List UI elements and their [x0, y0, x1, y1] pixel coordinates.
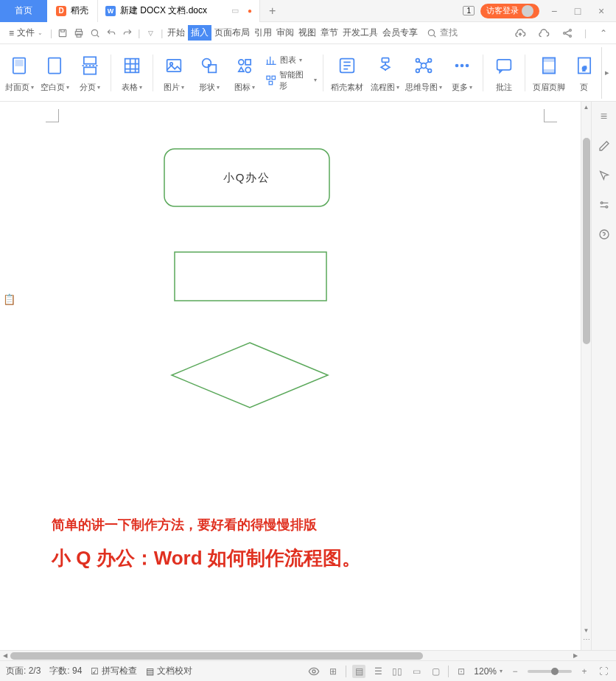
svg-rect-35 [497, 60, 511, 70]
scroll-up-button[interactable]: ▲ [581, 102, 591, 112]
svg-point-32 [455, 64, 459, 68]
sidepanel-settings-icon[interactable] [597, 198, 612, 212]
svg-point-42 [606, 206, 608, 208]
svg-point-33 [461, 64, 464, 68]
scroll-left-button[interactable]: ◀ [0, 651, 10, 660]
side-panel: ≡ [591, 102, 616, 650]
status-spellcheck[interactable]: ☑ 拼写检查 [91, 665, 137, 677]
collapse-ribbon-icon[interactable]: ⌃ [595, 27, 612, 40]
redo-icon[interactable] [120, 27, 135, 40]
vertical-scrollbar[interactable]: ▲ ▼ ⋯ [581, 102, 591, 650]
grid-icon[interactable]: ⊞ [326, 665, 340, 678]
close-button[interactable]: × [592, 2, 610, 20]
menu-chapter[interactable]: 章节 [319, 25, 340, 41]
qat-chevron-icon[interactable]: ▽ [143, 27, 158, 40]
new-tab-button[interactable]: + [260, 0, 284, 22]
zoom-in-button[interactable]: + [578, 665, 591, 678]
rect-shape[interactable] [175, 252, 326, 301]
menu-member[interactable]: 会员专享 [381, 25, 419, 41]
scroll-down-button[interactable]: ▼ [581, 625, 591, 635]
scroll-track[interactable] [581, 112, 591, 625]
view-draft-icon[interactable]: ▢ [429, 665, 442, 678]
scroll-thumb[interactable] [583, 138, 590, 344]
menu-reference[interactable]: 引用 [253, 25, 273, 41]
ribbon-table[interactable]: 表格▾ [117, 52, 147, 93]
sidepanel-hamburger-icon[interactable]: ≡ [597, 109, 612, 124]
ribbon-separator [483, 55, 483, 91]
sidepanel-select-icon[interactable] [597, 168, 612, 183]
svg-rect-0 [59, 29, 66, 36]
menubar-right: | ⌃ [512, 27, 612, 40]
svg-point-34 [466, 64, 469, 68]
ribbon-shape-label: 形状 [199, 82, 215, 93]
view-outline-icon[interactable]: ☰ [371, 665, 385, 678]
pagebreak-icon [78, 52, 102, 79]
menu-layout[interactable]: 页面布局 [213, 25, 251, 41]
svg-rect-10 [15, 60, 22, 66]
ribbon-picture[interactable]: 图片▾ [159, 52, 189, 93]
menu-devtools[interactable]: 开发工具 [341, 25, 379, 41]
hscroll-track[interactable] [10, 651, 570, 660]
ribbon-icon[interactable]: 图标▾ [230, 52, 259, 93]
scroll-right-button[interactable]: ▶ [570, 651, 581, 660]
login-button[interactable]: 访客登录 [480, 4, 539, 18]
hscroll-thumb[interactable] [10, 652, 423, 660]
fit-page-icon[interactable]: ⊡ [455, 665, 468, 678]
minimize-button[interactable]: − [545, 2, 563, 20]
ribbon-shape[interactable]: 形状▾ [195, 52, 224, 93]
ribbon-docer[interactable]: 稻壳素材 [329, 52, 365, 93]
ribbon-pagebreak[interactable]: 分页▾ [75, 52, 105, 93]
horizontal-scrollbar[interactable]: ◀ ▶ [0, 650, 616, 660]
view-web-icon[interactable]: ▭ [410, 665, 423, 678]
tab-docer[interactable]: D 稻壳 [47, 0, 98, 22]
undo-icon[interactable] [104, 27, 119, 40]
ribbon-scroll-right[interactable]: ▸ [601, 47, 612, 99]
notification-badge[interactable]: 1 [463, 6, 475, 15]
svg-rect-26 [382, 58, 388, 63]
menu-insert[interactable]: 插入 [188, 25, 211, 41]
file-menu[interactable]: ≡ 文件 ⌄ [4, 27, 47, 39]
view-page-icon[interactable]: ▤ [352, 665, 365, 678]
eye-icon[interactable] [307, 665, 321, 678]
ribbon-smartart[interactable]: 智能图形▾ [265, 69, 317, 91]
status-page[interactable]: 页面: 2/3 [6, 665, 41, 677]
ribbon-blank[interactable]: 空白页▾ [40, 52, 69, 93]
ribbon-header[interactable]: 页眉页脚 [531, 52, 567, 93]
cloud-sync-icon[interactable] [536, 27, 552, 40]
zoom-level[interactable]: 120% ▾ [474, 666, 503, 677]
ribbon-flowchart[interactable]: 流程图▾ [371, 52, 400, 93]
view-read-icon[interactable]: ▯▯ [391, 665, 404, 678]
print-icon[interactable] [71, 27, 86, 40]
scroll-options-icon[interactable]: ⋯ [583, 635, 590, 650]
menu-view[interactable]: 视图 [297, 25, 318, 41]
ribbon-cover[interactable]: 封面页▾ [4, 52, 34, 93]
document-canvas[interactable]: 📋 小Q办公 简单的讲一下制作方法，要好看的得慢慢排版 小 Q 办公：Word … [0, 102, 581, 650]
sidepanel-pencil-icon[interactable] [597, 139, 612, 153]
diamond-shape[interactable] [172, 343, 328, 408]
status-doccheck[interactable]: ▤ 文档校对 [146, 665, 192, 677]
status-words[interactable]: 字数: 94 [49, 665, 82, 677]
doccheck-icon: ▤ [146, 666, 154, 677]
preview-icon[interactable] [88, 27, 102, 40]
sidepanel-help-icon[interactable] [597, 227, 612, 242]
maximize-button[interactable]: □ [569, 2, 587, 20]
zoom-out-button[interactable]: − [508, 665, 522, 678]
zoom-slider[interactable] [528, 670, 572, 673]
ribbon-annotate[interactable]: 批注 [489, 52, 519, 93]
docer-icon: D [56, 6, 66, 16]
zoom-slider-thumb[interactable] [551, 668, 559, 675]
menu-review[interactable]: 审阅 [275, 25, 295, 41]
search-box[interactable]: 查找 [427, 27, 458, 39]
tab-document[interactable]: W 新建 DOCX 文档.docx ▭ ● [98, 0, 260, 22]
tab-window-icon[interactable]: ▭ [231, 6, 239, 15]
menu-start[interactable]: 开始 [166, 25, 186, 41]
cloud-upload-icon[interactable] [512, 27, 528, 40]
ribbon-mindmap[interactable]: 思维导图▾ [406, 52, 442, 93]
ribbon-pagenum[interactable]: # 页 [573, 52, 595, 93]
ribbon-more[interactable]: 更多▾ [447, 52, 477, 93]
tab-home[interactable]: 首页 [0, 0, 47, 22]
ribbon-chart[interactable]: 图表▾ [265, 55, 317, 66]
save-icon[interactable] [55, 27, 70, 40]
fullscreen-icon[interactable]: ⛶ [597, 665, 610, 678]
share-icon[interactable] [559, 27, 575, 40]
